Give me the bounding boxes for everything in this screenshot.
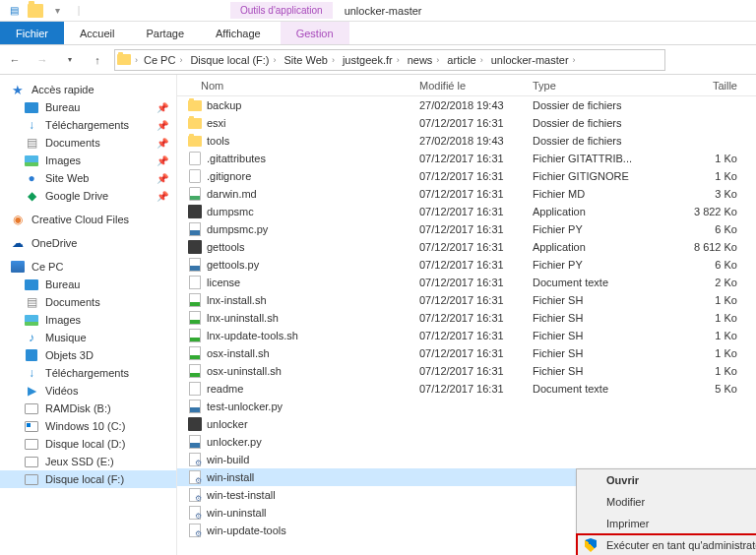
file-size: 8 612 Ko bbox=[664, 241, 743, 253]
file-type: Dossier de fichiers bbox=[527, 99, 664, 111]
file-row[interactable]: unlocker.py bbox=[177, 433, 756, 451]
file-row[interactable]: gettools07/12/2017 16:31Application8 612… bbox=[177, 238, 756, 256]
address-bar[interactable]: › Ce PC› Disque local (F:)› Site Web› ju… bbox=[114, 49, 665, 71]
file-row[interactable]: dumpsmc.py07/12/2017 16:31Fichier PY6 Ko bbox=[177, 220, 756, 238]
ribbon-tab-manage[interactable]: Gestion bbox=[281, 22, 349, 44]
file-row[interactable]: backup27/02/2018 19:43Dossier de fichier… bbox=[177, 96, 756, 114]
file-row[interactable]: osx-uninstall.sh07/12/2017 16:31Fichier … bbox=[177, 362, 756, 380]
sh-icon bbox=[189, 364, 201, 378]
sidebar-item-ramdisk[interactable]: RAMDisk (B:) bbox=[0, 400, 176, 417]
context-menu: Ouvrir Modifier Imprimer Exécuter en tan… bbox=[576, 468, 756, 555]
file-type: Fichier PY bbox=[527, 259, 664, 271]
ctx-run-as-admin[interactable]: Exécuter en tant qu'administrateur bbox=[577, 534, 756, 555]
file-type: Document texte bbox=[527, 277, 664, 288]
file-row[interactable]: dumpsmc07/12/2017 16:31Application3 822 … bbox=[177, 203, 756, 220]
file-date: 07/12/2017 16:31 bbox=[413, 383, 527, 395]
sidebar-item-disk-f[interactable]: Disque local (F:) bbox=[0, 470, 176, 488]
ctx-print[interactable]: Imprimer bbox=[577, 513, 756, 534]
sidebar-item-documents[interactable]: ▤Documents📌 bbox=[0, 134, 176, 152]
nav-history-button[interactable]: ▾ bbox=[59, 49, 81, 71]
sidebar-item-desktop[interactable]: Bureau📌 bbox=[0, 98, 176, 116]
sidebar-item-pc-downloads[interactable]: ↓Téléchargements bbox=[0, 364, 176, 382]
sidebar-item-siteweb[interactable]: ●Site Web📌 bbox=[0, 169, 176, 187]
sidebar-item-pc-images[interactable]: Images bbox=[0, 311, 176, 329]
sidebar-item-gdrive[interactable]: ◆Google Drive📌 bbox=[0, 187, 176, 205]
file-type: Fichier SH bbox=[527, 330, 664, 341]
ribbon-tab-view[interactable]: Affichage bbox=[200, 22, 277, 44]
file-row[interactable]: lnx-update-tools.sh07/12/2017 16:31Fichi… bbox=[177, 327, 756, 344]
desktop-icon bbox=[25, 279, 38, 290]
file-icon bbox=[189, 169, 201, 183]
sidebar-item-disk-d[interactable]: Disque local (D:) bbox=[0, 435, 176, 453]
sidebar-cc-files[interactable]: ◉Creative Cloud Files bbox=[0, 211, 176, 228]
breadcrumb-item[interactable]: news› bbox=[406, 54, 442, 66]
nav-forward-button[interactable]: → bbox=[32, 49, 53, 71]
file-row[interactable]: esxi07/12/2017 16:31Dossier de fichiers bbox=[177, 114, 756, 132]
nav-up-button[interactable]: ↑ bbox=[87, 49, 108, 71]
file-row[interactable]: readme07/12/2017 16:31Document texte5 Ko bbox=[177, 380, 756, 398]
sidebar-onedrive[interactable]: ☁OneDrive bbox=[0, 234, 176, 252]
breadcrumb-item[interactable]: Ce PC› bbox=[142, 54, 184, 66]
file-name: gettools bbox=[207, 241, 245, 253]
file-type: Fichier PY bbox=[527, 223, 664, 235]
file-row[interactable]: osx-install.sh07/12/2017 16:31Fichier SH… bbox=[177, 344, 756, 362]
file-row[interactable]: .gitattributes07/12/2017 16:31Fichier GI… bbox=[177, 150, 756, 167]
col-type[interactable]: Type bbox=[527, 80, 664, 92]
sidebar-item-pc-desktop[interactable]: Bureau bbox=[0, 276, 176, 293]
quick-customize-icon[interactable]: ▾ bbox=[49, 3, 65, 19]
file-row[interactable]: lnx-uninstall.sh07/12/2017 16:31Fichier … bbox=[177, 309, 756, 327]
file-size: 1 Ko bbox=[664, 170, 743, 182]
ctx-open[interactable]: Ouvrir bbox=[577, 469, 756, 491]
file-type: Document texte bbox=[527, 383, 664, 395]
ribbon-tab-file[interactable]: Fichier bbox=[0, 22, 64, 44]
sidebar-item-pc-3d[interactable]: Objets 3D bbox=[0, 346, 176, 364]
sidebar-quick-access[interactable]: ★Accès rapide bbox=[0, 81, 176, 98]
breadcrumb-item[interactable]: unlocker-master› bbox=[489, 54, 578, 66]
file-row[interactable]: darwin.md07/12/2017 16:31Fichier MD3 Ko bbox=[177, 185, 756, 203]
sidebar-item-downloads[interactable]: ↓Téléchargements📌 bbox=[0, 116, 176, 134]
file-row[interactable]: unlocker bbox=[177, 415, 756, 433]
breadcrumb-item[interactable]: Site Web› bbox=[282, 54, 336, 66]
sidebar-item-disk-e[interactable]: Jeux SSD (E:) bbox=[0, 453, 176, 470]
column-headers[interactable]: Nom Modifié le Type Taille bbox=[177, 75, 756, 96]
sidebar-item-disk-c[interactable]: Windows 10 (C:) bbox=[0, 417, 176, 435]
video-icon: ▶ bbox=[24, 383, 39, 399]
ctx-modify[interactable]: Modifier bbox=[577, 491, 756, 513]
ribbon-tab-share[interactable]: Partage bbox=[130, 22, 200, 44]
sidebar-item-pc-videos[interactable]: ▶Vidéos bbox=[0, 382, 176, 400]
ribbon-tab-home[interactable]: Accueil bbox=[64, 22, 130, 44]
sidebar-this-pc[interactable]: Ce PC bbox=[0, 258, 176, 276]
file-row[interactable]: lnx-install.sh07/12/2017 16:31Fichier SH… bbox=[177, 291, 756, 309]
file-type: Fichier SH bbox=[527, 312, 664, 324]
col-size[interactable]: Taille bbox=[664, 80, 743, 92]
pin-icon: 📌 bbox=[157, 138, 168, 149]
file-menu-icon[interactable]: ▤ bbox=[6, 3, 22, 19]
navigation-pane[interactable]: ★Accès rapide Bureau📌 ↓Téléchargements📌 … bbox=[0, 75, 177, 555]
breadcrumb-item[interactable]: Disque local (F:)› bbox=[188, 54, 278, 66]
nav-back-button[interactable]: ← bbox=[4, 49, 26, 71]
sh-icon bbox=[189, 293, 201, 307]
file-name: readme bbox=[207, 383, 243, 395]
file-size: 6 Ko bbox=[664, 259, 743, 271]
file-row[interactable]: tools27/02/2018 19:43Dossier de fichiers bbox=[177, 132, 756, 150]
col-name[interactable]: Nom bbox=[177, 80, 413, 92]
file-row[interactable]: license07/12/2017 16:31Document texte2 K… bbox=[177, 274, 756, 291]
file-name: win-test-install bbox=[207, 489, 276, 501]
folder-icon bbox=[188, 100, 202, 111]
star-icon: ★ bbox=[10, 82, 26, 97]
file-size: 5 Ko bbox=[664, 383, 743, 395]
file-row[interactable]: win-build bbox=[177, 451, 756, 468]
file-row[interactable]: gettools.py07/12/2017 16:31Fichier PY6 K… bbox=[177, 256, 756, 274]
sidebar-item-pc-documents[interactable]: ▤Documents bbox=[0, 293, 176, 311]
file-row[interactable]: .gitignore07/12/2017 16:31Fichier GITIGN… bbox=[177, 167, 756, 185]
sidebar-item-images[interactable]: Images📌 bbox=[0, 152, 176, 169]
breadcrumb-item[interactable]: justgeek.fr› bbox=[341, 54, 402, 66]
col-date[interactable]: Modifié le bbox=[413, 80, 527, 92]
md-icon bbox=[189, 187, 201, 201]
sidebar-item-pc-music[interactable]: ♪Musique bbox=[0, 329, 176, 346]
file-name: esxi bbox=[207, 117, 226, 129]
download-icon: ↓ bbox=[24, 365, 39, 381]
file-row[interactable]: test-unlocker.py bbox=[177, 398, 756, 415]
breadcrumb-item[interactable]: article› bbox=[445, 54, 484, 66]
chevron-right-icon[interactable]: › bbox=[135, 55, 138, 65]
